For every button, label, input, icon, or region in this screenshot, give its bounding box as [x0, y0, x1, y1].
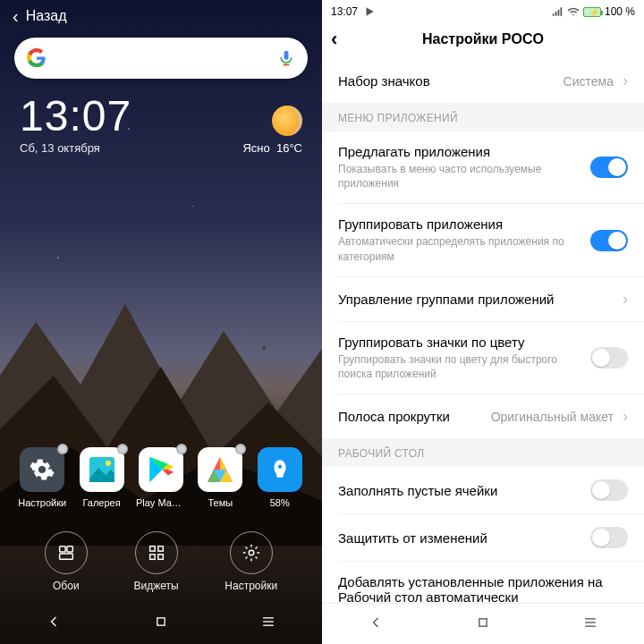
svg-marker-20	[367, 7, 374, 15]
play-store-icon	[146, 454, 176, 485]
app-dock: Настройки Галерея Play Марк	[0, 447, 322, 508]
back-button[interactable]: ‹	[331, 28, 337, 51]
row-scrollbar[interactable]: Полоса прокрутки Оригинальный макет ›	[322, 394, 644, 438]
app-gallery[interactable]: Галерея	[77, 447, 127, 508]
app-settings[interactable]: Настройки	[17, 447, 67, 508]
home-screen: ‹ Назад 13:07 Сб, 13 октября Ясно 16°C	[0, 0, 322, 644]
status-bar: 13:07 ⚡ 100 %	[322, 0, 644, 20]
app-cleaner[interactable]: 58%	[255, 447, 305, 508]
svg-rect-11	[149, 547, 155, 552]
app-play-store[interactable]: Play Марк..	[136, 447, 186, 508]
widgets-icon	[147, 543, 166, 563]
sun-icon	[272, 106, 302, 136]
google-search-bar[interactable]	[14, 38, 308, 79]
back-bar[interactable]: ‹ Назад	[0, 0, 322, 25]
battery-icon: ⚡	[583, 7, 601, 17]
app-label: Настройки	[17, 497, 67, 508]
svg-rect-14	[157, 555, 163, 560]
svg-rect-9	[67, 547, 72, 552]
back-label: Назад	[26, 8, 67, 24]
row-group-apps[interactable]: Группировать приложения Автоматически ра…	[322, 204, 644, 275]
quick-actions: Обои Виджеты Настройки	[0, 531, 322, 592]
row-title: Полоса прокрутки	[338, 409, 482, 424]
themes-icon	[204, 453, 236, 486]
chevron-right-icon: ›	[623, 290, 628, 309]
nav-recents[interactable]	[581, 614, 599, 634]
row-manage-groups[interactable]: Управление группами приложений ›	[322, 277, 644, 321]
chevron-right-icon: ›	[623, 407, 628, 426]
svg-point-3	[106, 461, 111, 466]
row-title: Добавлять установленные приложения на Ра…	[338, 574, 628, 605]
section-apps: МЕНЮ ПРИЛОЖЕНИЙ	[322, 103, 644, 131]
nav-bar	[0, 603, 322, 644]
quick-label: Настройки	[225, 580, 277, 592]
google-g-icon	[27, 48, 47, 68]
row-lock-layout[interactable]: Защитить от изменений	[322, 514, 644, 561]
settings-header: ‹ Настройки POCO	[322, 20, 644, 59]
chevron-right-icon: ›	[623, 72, 628, 90]
svg-rect-8	[59, 547, 64, 552]
toggle-group-apps[interactable]	[590, 230, 628, 251]
row-title: Управление группами приложений	[338, 292, 614, 307]
row-sub: Автоматически распределять приложения по…	[338, 234, 581, 263]
row-title: Защитить от изменений	[338, 530, 581, 546]
row-title: Предлагать приложения	[338, 144, 581, 159]
app-themes[interactable]: Темы	[195, 447, 245, 508]
app-label: 58%	[255, 497, 305, 508]
play-store-status-icon	[363, 5, 376, 18]
row-fill-cells[interactable]: Заполнять пустые ячейки	[322, 467, 644, 513]
row-group-by-color[interactable]: Группировать значки по цвету Группироват…	[322, 322, 644, 394]
quick-settings[interactable]: Настройки	[225, 531, 277, 592]
signal-icon	[551, 5, 564, 18]
row-value: Система	[564, 74, 614, 89]
row-title: Набор значков	[338, 73, 555, 89]
rocket-icon	[268, 458, 292, 481]
toggle-lock-layout[interactable]	[590, 527, 628, 548]
weather-text: Ясно 16°C	[242, 141, 302, 155]
weather-widget[interactable]: Ясно 16°C	[242, 106, 302, 155]
status-time: 13:07	[331, 5, 358, 18]
row-title: Группировать значки по цвету	[338, 335, 581, 350]
app-label: Галерея	[77, 497, 127, 508]
svg-rect-0	[284, 51, 289, 60]
gallery-icon	[84, 452, 120, 487]
row-value: Оригинальный макет	[491, 410, 614, 424]
nav-bar	[322, 603, 644, 644]
nav-back[interactable]	[367, 614, 385, 634]
battery-pct: 100 %	[605, 5, 635, 18]
svg-rect-10	[59, 554, 72, 559]
nav-home[interactable]	[474, 614, 492, 634]
toggle-fill-cells[interactable]	[590, 479, 628, 501]
clock-block[interactable]: 13:07 Сб, 13 октября	[20, 95, 131, 155]
row-title: Заполнять пустые ячейки	[338, 483, 581, 498]
nav-back[interactable]	[45, 613, 63, 634]
svg-rect-21	[479, 619, 487, 626]
nav-recents[interactable]	[259, 613, 277, 634]
wallpaper-icon	[56, 543, 76, 563]
gear-icon	[30, 457, 55, 482]
header-title: Настройки POCO	[422, 31, 544, 47]
quick-label: Виджеты	[134, 580, 179, 592]
toggle-group-color[interactable]	[590, 347, 628, 369]
quick-widgets[interactable]: Виджеты	[134, 531, 179, 592]
svg-rect-12	[157, 547, 163, 552]
nav-home[interactable]	[152, 613, 170, 634]
app-label: Play Марк..	[136, 497, 186, 508]
quick-wallpaper[interactable]: Обои	[45, 531, 88, 592]
row-icon-pack[interactable]: Набор значков Система ›	[322, 59, 644, 103]
quick-label: Обои	[53, 580, 80, 592]
wifi-icon	[567, 5, 580, 18]
clock-time: 13:07	[20, 95, 131, 138]
app-label: Темы	[195, 497, 245, 508]
row-title: Группировать приложения	[338, 216, 581, 232]
row-sub: Группировать значки по цвету для быстрог…	[338, 352, 581, 381]
svg-rect-13	[149, 555, 155, 560]
mic-icon[interactable]	[277, 49, 295, 67]
clock-date: Сб, 13 октября	[20, 141, 131, 155]
svg-rect-16	[157, 618, 165, 625]
gear-icon	[242, 543, 261, 563]
poco-settings-screen: 13:07 ⚡ 100 % ‹ Настройки POCO Набор зна…	[322, 0, 644, 644]
toggle-suggest-apps[interactable]	[590, 157, 628, 178]
svg-point-15	[249, 550, 254, 555]
row-suggest-apps[interactable]: Предлагать приложения Показывать в меню …	[322, 131, 644, 203]
